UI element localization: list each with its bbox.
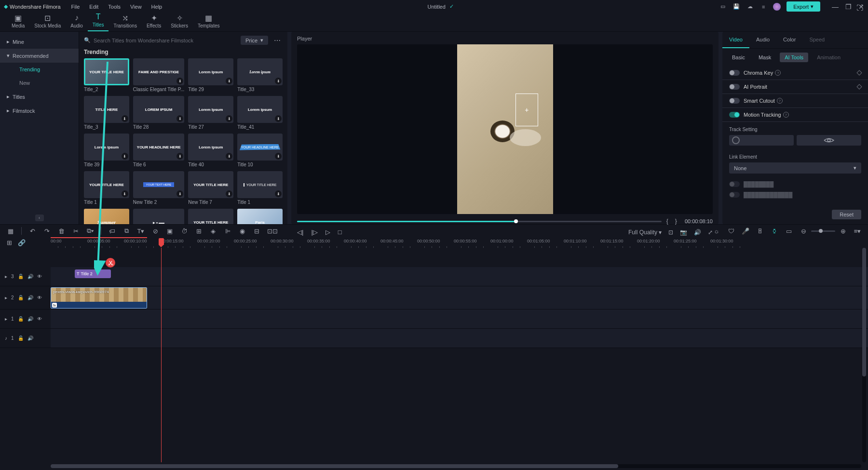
title-thumbnail[interactable]: Lorem Ipsum⬇ — [188, 58, 233, 85]
title-card[interactable]: YOUR TITLE HERE⬇Title 1 — [237, 171, 283, 205]
title-thumbnail[interactable]: YOUR HEADLINE HERE⬇ — [133, 134, 185, 161]
keyframe-diamond-icon[interactable] — [856, 84, 862, 89]
title-thumbnail[interactable]: Lorem ipsum⬇ — [84, 134, 129, 161]
help-icon[interactable]: ? — [783, 112, 789, 118]
mark-in-button[interactable]: { — [666, 218, 668, 225]
timeline-ruler[interactable]: 00:0000:00:05:0000:00:10:0000:00:15:0000… — [0, 237, 868, 248]
download-icon[interactable]: ⬇ — [176, 78, 183, 84]
download-icon[interactable]: ⬇ — [226, 115, 232, 122]
menu-tools[interactable]: Tools — [108, 4, 121, 10]
stop-button[interactable]: □ — [338, 228, 342, 236]
toggle-chroma-key[interactable] — [729, 70, 740, 76]
tag-icon[interactable]: 🏷 — [108, 228, 116, 235]
title-card[interactable]: Lorem Ipsum⬇Title 29 — [188, 58, 233, 92]
cloud-icon[interactable]: ☁ — [746, 3, 754, 11]
download-icon[interactable]: ⬇ — [275, 190, 282, 197]
hamburger-icon[interactable]: ≡ — [760, 3, 767, 11]
layout-icon[interactable]: ▭ — [719, 3, 727, 11]
reset-button[interactable]: Reset — [832, 210, 861, 219]
title-thumbnail[interactable]: Lorem ipsum⬇ — [237, 58, 283, 85]
zoom-slider[interactable] — [811, 230, 835, 232]
cut-marker[interactable] — [106, 258, 115, 268]
help-icon[interactable]: ? — [775, 70, 781, 76]
tab-color[interactable]: Color — [776, 32, 802, 48]
track-icon[interactable]: ⊟ — [253, 228, 260, 235]
display-settings-icon[interactable]: ⊡ — [668, 229, 673, 236]
text-icon[interactable]: T▾ — [137, 228, 145, 235]
color-icon[interactable]: ▣ — [166, 228, 174, 235]
snapshot-icon[interactable]: ⛶ — [856, 4, 863, 12]
keyframe-icon[interactable]: ◈ — [209, 228, 217, 235]
tab-effects[interactable]: ✦Effects — [142, 13, 166, 31]
tab-media[interactable]: ▣Media — [7, 13, 29, 31]
brightness-icon[interactable]: ☼ — [713, 228, 720, 235]
download-icon[interactable]: ⬇ — [226, 190, 232, 197]
subtab-basic[interactable]: Basic — [727, 53, 750, 62]
download-icon[interactable]: ⬇ — [275, 115, 282, 122]
track-preview-button[interactable] — [797, 135, 861, 146]
quality-dropdown[interactable]: Full Quality▾ — [628, 229, 662, 236]
title-thumbnail[interactable]: Summer — [84, 209, 129, 224]
download-icon[interactable]: ⬇ — [122, 153, 128, 160]
mic-icon[interactable]: 🎤 — [742, 228, 749, 235]
sidebar-item-filmstock[interactable]: ▸Filmstock — [0, 104, 79, 118]
sidebar-collapse-button[interactable]: ‹ — [35, 215, 44, 221]
magnet-icon[interactable]: ⧲ — [771, 228, 778, 235]
title-thumbnail[interactable]: Lorem ipsum⬇ — [188, 134, 233, 161]
group-icon[interactable]: ⊡⊡ — [267, 228, 275, 235]
title-thumbnail[interactable]: YOUR TITLE HERE — [84, 58, 129, 85]
title-card[interactable]: YOUR HEADLINE HERE⬇Title 6 — [133, 134, 185, 167]
lock-icon[interactable]: 🔓 — [18, 316, 24, 322]
search-input[interactable]: 🔍 Search Titles from Wondershare Filmsto… — [84, 37, 237, 43]
title-thumbnail[interactable]: YOUR TITLE HERE — [188, 209, 233, 224]
mute-icon[interactable]: 🔊 — [27, 295, 33, 300]
title-card[interactable]: Lorem ipsum⬇Title 39 — [84, 134, 129, 167]
title-card[interactable]: LOREM IPSUM⬇Title 28 — [133, 96, 185, 130]
more-options-button[interactable]: ⋯ — [272, 37, 283, 44]
tab-audio[interactable]: ♪Audio — [66, 13, 88, 31]
track-row-audio-1[interactable] — [51, 329, 868, 348]
track-row-1[interactable] — [51, 309, 868, 329]
zoom-in-icon[interactable]: ⊕ — [839, 228, 847, 235]
subtab-mask[interactable]: Mask — [754, 53, 776, 62]
sidebar-item-recommended[interactable]: ▾Recommended — [0, 49, 79, 63]
volume-icon[interactable]: 🔊 — [694, 229, 701, 236]
motion-track-box[interactable] — [515, 94, 538, 126]
tab-titles[interactable]: TTitles — [88, 12, 109, 31]
shield-icon[interactable]: 🛡 — [727, 228, 735, 235]
menu-help[interactable]: Help — [151, 4, 163, 10]
crop-chevron-icon[interactable]: ⧉▾ — [86, 227, 94, 235]
toggle-motion-tracking[interactable] — [729, 112, 740, 118]
download-icon[interactable]: ⬇ — [275, 78, 282, 84]
title-thumbnail[interactable]: YOUR TEXT HERE⬇ — [133, 171, 185, 198]
title-card[interactable]: YOUR TITLE HERETitle_2 — [84, 58, 129, 92]
fullscreen-icon[interactable]: ⤢ — [708, 229, 713, 236]
save-icon[interactable]: 💾 — [732, 3, 740, 11]
title-card[interactable]: YOUR TITLE HERE⬇New Title 7 — [188, 171, 233, 205]
title-card[interactable]: YOUR HEADLINE HERE⬇Title 10 — [237, 134, 283, 167]
delete-icon[interactable]: 🗑 — [57, 228, 65, 235]
undo-icon[interactable]: ↶ — [28, 228, 36, 235]
timeline-tracks[interactable]: T Title 2 pexels-vlada-karpovich-9968974… — [51, 248, 868, 462]
title-thumbnail[interactable]: YOUR TITLE HERE⬇ — [237, 171, 283, 198]
title-thumbnail[interactable]: YOUR TITLE HERE⬇ — [188, 171, 233, 198]
toggle-ai-portrait[interactable] — [729, 84, 740, 90]
timeline-hscroll[interactable] — [51, 464, 861, 468]
sidebar-item-titles[interactable]: ▸Titles — [0, 90, 79, 104]
player-canvas[interactable] — [457, 44, 553, 214]
title-thumbnail[interactable]: YOUR HEADLINE HERE⬇ — [237, 134, 283, 161]
tab-video[interactable]: Video — [722, 32, 749, 48]
mute-icon[interactable]: 🔊 — [27, 336, 33, 341]
tab-stock-media[interactable]: ⊡Stock Media — [29, 13, 66, 31]
title-card[interactable]: Paris — [237, 209, 283, 224]
zoom-out-icon[interactable]: ⊖ — [800, 228, 807, 235]
mark-out-button[interactable]: } — [675, 218, 677, 225]
redo-icon[interactable]: ↷ — [43, 228, 51, 235]
avatar[interactable] — [773, 3, 781, 11]
title-card[interactable]: TITLE HERE⬇Title_3 — [84, 96, 129, 130]
visibility-icon[interactable]: 👁 — [37, 295, 42, 300]
download-icon[interactable]: ⬇ — [176, 190, 183, 197]
visibility-icon[interactable]: 👁 — [37, 316, 42, 322]
title-card[interactable]: YOUR TITLE HERE — [188, 209, 233, 224]
speed-icon[interactable]: ⊘ — [151, 228, 159, 235]
